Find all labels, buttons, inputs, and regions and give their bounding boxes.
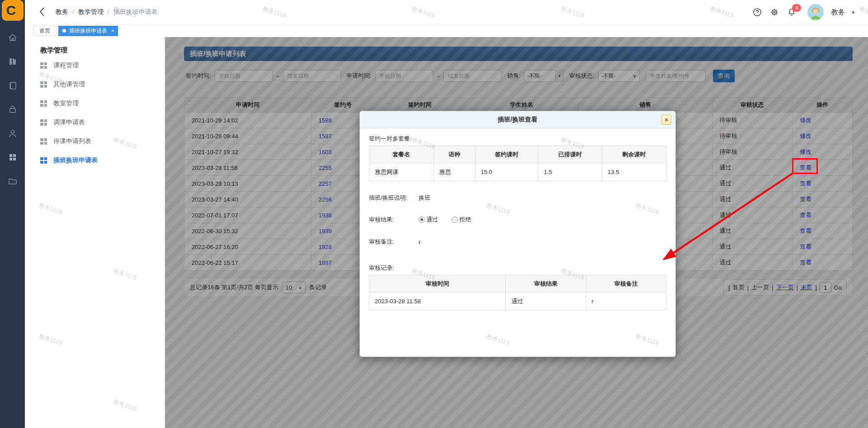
- breadcrumb-separator: /: [72, 8, 74, 16]
- grid-icon: [40, 138, 47, 145]
- avatar[interactable]: [807, 4, 824, 20]
- breadcrumb-current: 插班换班申请表: [113, 8, 158, 16]
- package-name: 雅思网课: [369, 163, 434, 181]
- tab-home[interactable]: 首页: [33, 26, 57, 36]
- sidebar-item-course-change-request[interactable]: 调课申请表: [25, 113, 165, 132]
- col-review-remark: 审核备注: [586, 275, 666, 292]
- close-icon[interactable]: ×: [661, 115, 671, 125]
- transfer-desc-label: 插班/换班说明:: [369, 194, 419, 202]
- sidebar-item-label: 调课申请表: [53, 118, 85, 127]
- transfer-desc-row: 插班/换班说明: 换班: [369, 194, 666, 202]
- folder-icon[interactable]: [7, 176, 18, 187]
- breadcrumb-item[interactable]: 教务: [56, 8, 68, 16]
- tab-active-dot-icon: [62, 29, 66, 33]
- sidebar-item-class-suspension-list[interactable]: 停课申请列表: [25, 132, 165, 151]
- sidebar-menu: 教学管理 课程管理 其他课管理 教室管理 调课申请表 停课申请列表 插班换班申请…: [25, 37, 165, 428]
- help-icon[interactable]: [752, 7, 762, 17]
- transfer-desc-value: 换班: [419, 194, 430, 202]
- col-review-time: 审核时间: [369, 275, 506, 292]
- dialog-title: 插班/换班查看: [498, 116, 538, 124]
- review-record-label: 审核记录:: [369, 264, 666, 272]
- sidebar-item-label: 课程管理: [53, 61, 79, 70]
- review-remark-row: 审核备注: r: [369, 238, 666, 246]
- grid-icon: [40, 119, 47, 126]
- app-logo[interactable]: C: [0, 0, 25, 24]
- dialog-header: 插班/换班查看 ×: [360, 111, 675, 128]
- sidebar-item-class-transfer-request[interactable]: 插班换班申请表: [25, 151, 165, 170]
- tab-bar: 首页 插班换班申请表 ×: [25, 24, 868, 37]
- package-scheduled-hours: 1.5: [538, 163, 602, 181]
- grid-icon: [40, 81, 47, 88]
- top-bar: 教务 / 教学管理 / 插班换班申请表 0 教务 ▾: [25, 0, 868, 24]
- user-menu-label[interactable]: 教务: [831, 8, 844, 17]
- sidebar-item-label: 其他课管理: [53, 80, 85, 89]
- review-result-label: 审核结果:: [369, 216, 419, 224]
- library-icon[interactable]: [7, 56, 18, 67]
- notebook-icon[interactable]: [7, 80, 18, 91]
- grid-icon: [40, 100, 47, 107]
- back-icon[interactable]: [38, 6, 47, 18]
- record-result: 通过: [506, 292, 586, 310]
- radio-option-pass[interactable]: 通过: [419, 216, 438, 224]
- col-language: 语种: [434, 146, 475, 163]
- breadcrumb-separator: /: [108, 8, 109, 16]
- tab-close-icon[interactable]: ×: [111, 28, 114, 33]
- radio-option-reject[interactable]: 拒绝: [452, 216, 471, 224]
- package-remaining-hours: 13.5: [602, 163, 666, 181]
- package-table: 套餐名 语种 签约课时 已排课时 剩余课时 雅思网课 雅思 15.0 1.5 1…: [369, 146, 666, 181]
- package-language: 雅思: [434, 163, 475, 181]
- user-icon[interactable]: [7, 128, 18, 139]
- sidebar-item-label: 教室管理: [53, 99, 79, 108]
- package-row: 雅思网课 雅思 15.0 1.5 13.5: [369, 163, 666, 181]
- radio-checked-icon: [419, 216, 425, 223]
- sidebar-item-course-management[interactable]: 课程管理: [25, 56, 165, 75]
- package-label: 签约一对多套餐:: [369, 135, 666, 143]
- col-review-result: 审核结果: [506, 275, 586, 292]
- col-scheduled-hours: 已排课时: [538, 146, 602, 163]
- review-remark-value: r: [419, 239, 420, 245]
- logo-glyph: C: [6, 3, 16, 18]
- home-icon[interactable]: [7, 32, 18, 43]
- grid-icon: [40, 157, 47, 164]
- record-header-row: 审核时间 审核结果 审核备注: [369, 275, 666, 292]
- menu-section-title: 教学管理: [25, 37, 165, 56]
- notification-badge: 0: [792, 4, 801, 12]
- logo-icon: C: [2, 0, 24, 21]
- radio-label: 拒绝: [459, 216, 471, 224]
- apps-grid-icon[interactable]: [7, 152, 18, 163]
- view-dialog: 插班/换班查看 × 签约一对多套餐: 套餐名 语种 签约课时 已排课时 剩余课时: [359, 111, 676, 357]
- review-record-table: 审核时间 审核结果 审核备注 2023-03-28 11:58 通过 r: [369, 275, 666, 310]
- record-row: 2023-03-28 11:58 通过 r: [369, 292, 666, 310]
- settings-gear-icon[interactable]: [769, 7, 779, 17]
- tab-label: 插班换班申请表: [69, 27, 107, 35]
- col-signed-hours: 签约课时: [475, 146, 538, 163]
- icon-rail: C: [0, 0, 25, 428]
- record-remark: r: [586, 292, 666, 310]
- radio-unchecked-icon: [452, 216, 458, 223]
- radio-label: 通过: [426, 216, 438, 224]
- review-result-row: 审核结果: 通过 拒绝: [369, 216, 666, 224]
- package-header-row: 套餐名 语种 签约课时 已排课时 剩余课时: [369, 146, 666, 163]
- caret-down-icon[interactable]: ▾: [852, 9, 854, 15]
- sidebar-item-classroom-management[interactable]: 教室管理: [25, 94, 165, 113]
- app-root: C 教务 / 教学管理 / 插班换班申请表 0: [0, 0, 868, 428]
- breadcrumb: 教务 / 教学管理 / 插班换班申请表: [56, 8, 158, 16]
- sidebar-item-label: 插班换班申请表: [53, 156, 98, 165]
- bag-icon[interactable]: [7, 104, 18, 115]
- sidebar-item-other-course-management[interactable]: 其他课管理: [25, 75, 165, 94]
- notifications-bell-icon[interactable]: 0: [787, 7, 797, 17]
- col-remaining-hours: 剩余课时: [602, 146, 666, 163]
- package-signed-hours: 15.0: [475, 163, 538, 181]
- sidebar-item-label: 停课申请列表: [53, 137, 91, 146]
- dialog-body: 签约一对多套餐: 套餐名 语种 签约课时 已排课时 剩余课时 雅思网课 雅思: [360, 128, 675, 310]
- review-remark-label: 审核备注:: [369, 238, 419, 246]
- col-package-name: 套餐名: [369, 146, 434, 163]
- tab-current-page[interactable]: 插班换班申请表 ×: [58, 26, 118, 36]
- grid-icon: [40, 62, 47, 69]
- breadcrumb-item[interactable]: 教学管理: [78, 8, 104, 16]
- record-time: 2023-03-28 11:58: [369, 292, 506, 310]
